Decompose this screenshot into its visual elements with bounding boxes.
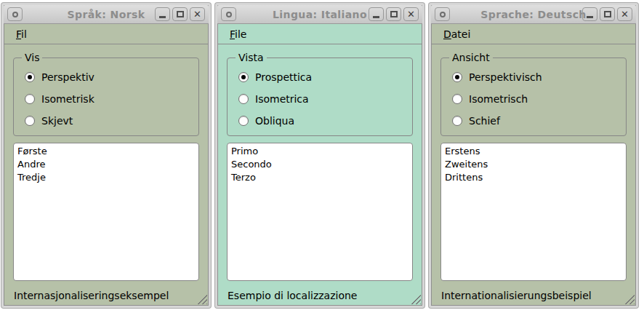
radio-label: Isometrisk — [41, 93, 94, 105]
menu-bar: Fil — [4, 24, 209, 44]
radio-unselected-icon[interactable] — [452, 94, 462, 104]
radio-option-isometric[interactable]: Isometrisch — [452, 91, 626, 107]
list-item[interactable]: Erstens — [445, 145, 622, 158]
radio-selected-icon[interactable] — [25, 72, 35, 82]
maximize-button[interactable] — [386, 7, 401, 21]
close-button[interactable]: ✕ — [617, 7, 632, 21]
menu-file[interactable]: Fil — [16, 28, 27, 40]
circle-icon — [12, 12, 18, 17]
radio-unselected-icon[interactable] — [238, 94, 249, 104]
view-groupbox: Vista Prospettica Isometrica Obliqua — [227, 58, 413, 136]
list-item[interactable]: Tredje — [17, 171, 195, 184]
list-item[interactable]: Andre — [17, 158, 195, 171]
items-listbox[interactable]: Første Andre Tredje — [13, 143, 199, 281]
groupbox-label: Vista — [236, 52, 267, 63]
items-listbox[interactable]: Erstens Zweitens Drittens — [440, 143, 627, 281]
close-button[interactable]: ✕ — [190, 7, 205, 21]
radio-option-perspective[interactable]: Perspektivisch — [452, 69, 626, 85]
radio-label: Obliqua — [255, 115, 294, 127]
titlebar[interactable]: Sprache: Deutsch ✕ — [431, 5, 636, 24]
list-item[interactable]: Zweitens — [445, 158, 622, 171]
radio-label: Isometrica — [255, 93, 309, 105]
maximize-icon — [390, 11, 398, 17]
radio-option-perspective[interactable]: Perspektiv — [25, 69, 198, 85]
window-menu-button[interactable] — [221, 7, 236, 21]
radio-label: Schief — [469, 115, 500, 127]
titlebar[interactable]: Lingua: Italiano ✕ — [217, 5, 422, 24]
window-menu-button[interactable] — [7, 7, 23, 21]
maximize-button[interactable] — [172, 7, 188, 21]
list-item[interactable]: Drittens — [445, 171, 622, 184]
window-content: Vis Perspektiv Isometrisk Skjevt Første … — [4, 44, 209, 285]
radio-option-perspective[interactable]: Prospettica — [238, 69, 412, 85]
minimize-icon — [373, 16, 379, 18]
window-content: Vista Prospettica Isometrica Obliqua Pri… — [217, 44, 422, 285]
status-bar: Esempio di localizzazione — [217, 285, 422, 306]
groupbox-label: Vis — [22, 52, 42, 63]
window-italiano: Lingua: Italiano ✕ File Vista Prospettic… — [215, 3, 424, 308]
radio-label: Perspektivisch — [469, 71, 542, 83]
maximize-button[interactable] — [600, 7, 615, 21]
radio-label: Perspektiv — [41, 71, 94, 83]
maximize-icon — [604, 11, 611, 17]
minimize-icon — [587, 16, 593, 18]
list-item[interactable]: Secondo — [231, 158, 408, 171]
view-groupbox: Ansicht Perspektivisch Isometrisch Schie… — [440, 58, 627, 136]
maximize-icon — [177, 11, 184, 17]
radio-option-isometric[interactable]: Isometrisk — [25, 91, 198, 107]
window-controls: ✕ — [582, 7, 632, 21]
groupbox-label: Ansicht — [449, 52, 493, 63]
menu-file[interactable]: Datei — [443, 28, 470, 40]
radio-dot — [455, 75, 459, 79]
radio-unselected-icon[interactable] — [452, 116, 462, 126]
items-listbox[interactable]: Primo Secondo Terzo — [227, 143, 413, 281]
status-text: Internationalisierungsbeispiel — [441, 290, 592, 301]
radio-selected-icon[interactable] — [238, 72, 249, 82]
close-button[interactable]: ✕ — [403, 7, 419, 21]
radio-option-oblique[interactable]: Skjevt — [25, 113, 198, 129]
close-icon: ✕ — [407, 9, 415, 19]
radio-label: Prospettica — [255, 71, 312, 83]
window-controls: ✕ — [369, 7, 419, 21]
status-bar: Internasjonaliseringseksempel — [4, 285, 209, 306]
radio-option-oblique[interactable]: Schief — [452, 113, 626, 129]
circle-icon — [226, 12, 232, 17]
radio-selected-icon[interactable] — [452, 72, 462, 82]
radio-unselected-icon[interactable] — [25, 94, 35, 104]
radio-label: Skjevt — [41, 115, 73, 127]
status-bar: Internationalisierungsbeispiel — [431, 285, 636, 306]
radio-unselected-icon[interactable] — [25, 116, 35, 126]
list-item[interactable]: Første — [17, 145, 195, 158]
window-controls: ✕ — [155, 7, 205, 21]
close-icon: ✕ — [193, 9, 201, 19]
minimize-button[interactable] — [582, 7, 597, 21]
radio-unselected-icon[interactable] — [238, 116, 249, 126]
radio-option-isometric[interactable]: Isometrica — [238, 91, 412, 107]
status-text: Internasjonaliseringseksempel — [14, 290, 169, 301]
window-deutsch: Sprache: Deutsch ✕ Datei Ansicht Perspek… — [429, 3, 638, 308]
radio-label: Isometrisch — [469, 93, 528, 105]
radio-option-oblique[interactable]: Obliqua — [238, 113, 412, 129]
list-item[interactable]: Terzo — [231, 171, 408, 184]
window-norsk: Språk: Norsk ✕ Fil Vis Perspektiv Isomet… — [1, 3, 211, 308]
radio-dot — [28, 75, 32, 79]
menu-bar: File — [217, 24, 422, 44]
resize-grip-icon[interactable] — [196, 293, 207, 304]
view-groupbox: Vis Perspektiv Isometrisk Skjevt — [13, 58, 199, 136]
titlebar[interactable]: Språk: Norsk ✕ — [4, 5, 209, 24]
resize-grip-icon[interactable] — [624, 293, 635, 304]
menu-bar: Datei — [431, 24, 636, 44]
close-icon: ✕ — [621, 9, 629, 19]
window-menu-button[interactable] — [435, 7, 450, 21]
window-content: Ansicht Perspektivisch Isometrisch Schie… — [431, 44, 636, 285]
radio-dot — [241, 75, 246, 79]
menu-file[interactable]: File — [230, 28, 246, 40]
status-text: Esempio di localizzazione — [228, 290, 358, 301]
resize-grip-icon[interactable] — [410, 293, 421, 304]
circle-icon — [440, 12, 446, 17]
list-item[interactable]: Primo — [231, 145, 408, 158]
minimize-button[interactable] — [369, 7, 384, 21]
minimize-button[interactable] — [155, 7, 170, 21]
minimize-icon — [159, 16, 166, 18]
